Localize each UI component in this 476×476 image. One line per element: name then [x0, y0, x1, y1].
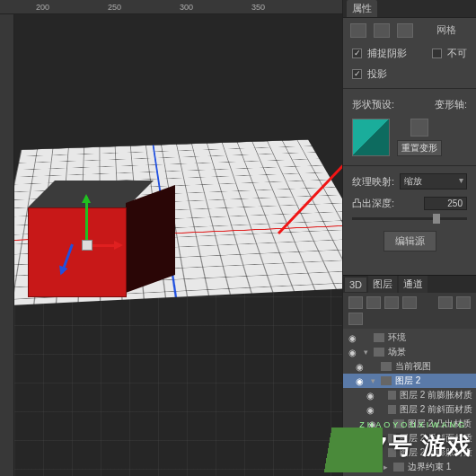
- label-extrude-depth: 凸出深度:: [352, 197, 394, 210]
- tab-channels[interactable]: 通道: [399, 276, 428, 293]
- transform-gizmo[interactable]: [64, 197, 109, 278]
- label-shape-preset: 形状预设:: [352, 98, 394, 111]
- reset-deform-button[interactable]: 重置变形: [397, 140, 442, 156]
- dropdown-texture-mapping[interactable]: 缩放: [400, 173, 467, 190]
- visibility-toggle[interactable]: ◉: [347, 348, 358, 357]
- filter-material-icon[interactable]: [384, 296, 399, 309]
- visibility-toggle[interactable]: ◉: [366, 434, 375, 444]
- material-icon: [393, 419, 404, 428]
- tree-environment[interactable]: 环境: [388, 331, 406, 344]
- ruler-horizontal: 200 250 300 350: [0, 0, 342, 14]
- material-icon: [388, 434, 396, 443]
- visibility-toggle[interactable]: ◉: [366, 405, 375, 415]
- view-icon[interactable]: [438, 296, 453, 309]
- label-transform-axis: 变形轴:: [435, 98, 467, 111]
- camera-icon: [381, 362, 392, 371]
- gizmo-axis-y[interactable]: [85, 197, 88, 246]
- light-icon[interactable]: [456, 296, 471, 309]
- 3d-scene-tree[interactable]: ◉环境 ◉▾场景 ◉当前视图 ◉▾图层 2 ◉图层 2 前膨胀材质 ◉图层 2 …: [343, 329, 476, 476]
- panel-tabs-top: 属性: [343, 0, 476, 18]
- tree-mat-extrude[interactable]: 图层 2 凸出材质: [408, 418, 472, 430]
- ruler-vertical: [0, 14, 14, 476]
- cube-face-side: [126, 185, 175, 293]
- label-texture-mapping: 纹理映射:: [352, 175, 394, 189]
- tree-mat-bevel2[interactable]: 图层 2 后斜面材质: [400, 432, 472, 445]
- panel-tabs-bottom: 3D 图层 通道: [343, 275, 476, 293]
- properties-panel: 属性 网格 捕捉阴影 不可 投影 形状预设: 变形轴: 重置变形 纹理映射: 缩…: [342, 0, 476, 476]
- visibility-toggle[interactable]: ◉: [366, 419, 378, 429]
- label-invisible: 不可: [447, 47, 467, 60]
- camera-icon[interactable]: [348, 313, 363, 325]
- shape-preset-thumbnail[interactable]: [352, 119, 390, 156]
- slider-thumb[interactable]: [433, 214, 440, 224]
- ruler-tick: 200: [36, 3, 49, 12]
- tree-layer2[interactable]: 图层 2: [395, 375, 420, 387]
- tree-mat-front[interactable]: 图层 2 前膨胀材质: [400, 389, 472, 401]
- 3d-viewport[interactable]: [14, 14, 342, 476]
- mesh-label: 网格: [436, 23, 456, 38]
- ruler-tick: 250: [108, 3, 121, 12]
- slider-extrude-depth[interactable]: [352, 217, 467, 220]
- material-icon: [388, 405, 396, 414]
- filter-mesh-icon[interactable]: [366, 296, 381, 309]
- tree-mat-bevel1[interactable]: 图层 2 前斜面材质: [400, 403, 472, 416]
- checkbox-invisible[interactable]: [432, 48, 442, 58]
- disclosure-icon[interactable]: ▾: [362, 348, 370, 357]
- 3d-panel-toolbar: [343, 293, 476, 329]
- checkbox-capture-shadow[interactable]: [352, 48, 362, 58]
- label-capture-shadow: 捕捉阴影: [367, 47, 407, 60]
- 3d-cube-object[interactable]: [28, 172, 176, 306]
- edit-source-button[interactable]: 编辑源: [383, 231, 436, 251]
- gizmo-center[interactable]: [82, 240, 93, 251]
- tab-properties[interactable]: 属性: [347, 0, 377, 17]
- disclosure-icon[interactable]: ▾: [369, 376, 377, 385]
- visibility-toggle[interactable]: ◉: [347, 333, 358, 343]
- material-icon: [388, 391, 396, 400]
- filter-scene-icon[interactable]: [348, 296, 363, 309]
- visibility-toggle[interactable]: ◉: [366, 448, 375, 458]
- tree-scene[interactable]: 场景: [388, 346, 406, 358]
- ruler-tick: 350: [251, 3, 265, 12]
- cap-icon[interactable]: [397, 23, 413, 38]
- visibility-toggle[interactable]: ◉: [366, 391, 375, 401]
- tab-3d[interactable]: 3D: [345, 278, 366, 292]
- mesh-icon: [381, 376, 392, 385]
- material-icon: [388, 448, 396, 457]
- ruler-tick: 300: [180, 3, 193, 12]
- label-cast-shadow: 投影: [367, 67, 387, 81]
- constraint-icon: [393, 463, 404, 472]
- checkbox-cast-shadow[interactable]: [352, 69, 362, 79]
- scene-icon: [374, 348, 384, 357]
- disclosure-icon[interactable]: ▸: [382, 463, 390, 472]
- environment-icon: [374, 333, 384, 342]
- visibility-toggle[interactable]: ◉: [354, 362, 366, 372]
- tree-current-view[interactable]: 当前视图: [395, 360, 431, 373]
- deform-axis-icon[interactable]: [410, 119, 428, 137]
- mesh-icon[interactable]: [350, 23, 366, 38]
- mesh-type-icons: 网格: [343, 18, 476, 43]
- tab-layers[interactable]: 图层: [368, 276, 397, 293]
- input-extrude-depth[interactable]: 250: [424, 197, 467, 210]
- filter-light-icon[interactable]: [402, 296, 417, 309]
- tree-mat-back[interactable]: 图层 2 后膨胀材质: [400, 446, 472, 459]
- visibility-toggle[interactable]: ◉: [354, 376, 366, 386]
- deform-icon[interactable]: [374, 23, 390, 38]
- tree-boundary[interactable]: 边界约束 1: [408, 461, 451, 473]
